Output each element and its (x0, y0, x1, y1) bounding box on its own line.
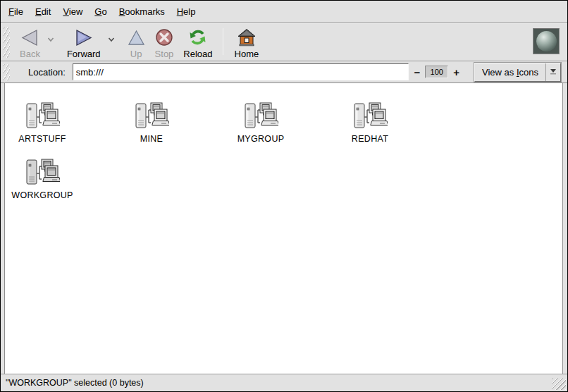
file-item-mine[interactable]: MINE (114, 102, 223, 144)
status-bar: "WORKGROUP" selected (0 bytes) (1, 374, 567, 391)
menu-bar: File Edit View Go Bookmarks Help (1, 1, 567, 23)
menu-file[interactable]: File (8, 6, 23, 17)
location-input[interactable] (73, 63, 409, 80)
view-as-label: View as Icons (475, 67, 545, 78)
reload-arrows-icon (188, 28, 207, 47)
up-label: Up (130, 49, 142, 59)
zoom-out-button[interactable]: − (410, 66, 424, 78)
resize-grip[interactable] (552, 378, 566, 390)
chevron-down-icon (108, 37, 115, 42)
back-triangle-icon (20, 28, 39, 47)
file-manager-window: File Edit View Go Bookmarks Help Back (0, 0, 568, 392)
back-history-dropdown[interactable] (45, 37, 56, 42)
reload-button[interactable]: Reload (178, 25, 217, 61)
stop-x-icon (155, 28, 173, 47)
icon-row: WORKGROUP (5, 158, 562, 200)
file-item-workgroup[interactable]: WORKGROUP (5, 158, 114, 200)
icon-row: ARTSTUFF MINE MYGROUP (5, 102, 562, 144)
dropdown-arrow-icon (545, 63, 560, 81)
network-servers-icon (25, 102, 60, 131)
file-label: MINE (140, 134, 163, 144)
toolbar-drag-handle[interactable] (4, 27, 10, 58)
network-servers-icon (352, 102, 388, 131)
file-item-artstuff[interactable]: ARTSTUFF (5, 102, 114, 144)
content-frame: ARTSTUFF MINE MYGROUP (1, 83, 567, 374)
network-servers-icon (25, 158, 60, 188)
chevron-down-icon (47, 37, 54, 42)
home-button[interactable]: Home (230, 25, 264, 61)
toolbar-separator (223, 28, 223, 55)
up-triangle-icon (128, 28, 145, 47)
location-bar: Location: − 100 + View as Icons (1, 61, 567, 83)
toolbar: Back Forward (1, 23, 567, 61)
home-label: Home (235, 49, 259, 59)
menu-bookmarks[interactable]: Bookmarks (119, 6, 165, 17)
back-label: Back (20, 49, 40, 59)
file-item-mygroup[interactable]: MYGROUP (223, 102, 333, 144)
file-label: ARTSTUFF (18, 134, 66, 144)
up-button[interactable]: Up (123, 25, 150, 61)
zoom-in-button[interactable]: + (450, 66, 463, 78)
throbber-sphere-icon (536, 31, 557, 51)
location-bar-drag-handle[interactable] (4, 64, 10, 80)
reload-label: Reload (183, 49, 212, 59)
forward-label: Forward (67, 49, 101, 59)
location-label: Location: (28, 67, 66, 78)
file-label: WORKGROUP (11, 190, 73, 200)
status-text: "WORKGROUP" selected (0 bytes) (6, 378, 144, 388)
forward-triangle-icon (75, 28, 93, 47)
icon-view[interactable]: ARTSTUFF MINE MYGROUP (4, 83, 563, 374)
menu-view[interactable]: View (63, 6, 82, 17)
throbber (533, 28, 560, 54)
back-button[interactable]: Back (15, 25, 45, 61)
home-house-icon (237, 28, 257, 47)
network-servers-icon (243, 102, 278, 131)
file-item-redhat[interactable]: REDHAT (333, 102, 442, 144)
forward-button[interactable]: Forward (62, 25, 106, 61)
file-label: MYGROUP (237, 134, 285, 144)
stop-label: Stop (155, 49, 174, 59)
network-servers-icon (134, 102, 169, 131)
zoom-level-indicator[interactable]: 100 (425, 66, 448, 78)
menu-go[interactable]: Go (94, 6, 106, 17)
menu-help[interactable]: Help (177, 6, 196, 17)
forward-history-dropdown[interactable] (106, 37, 117, 42)
menu-edit[interactable]: Edit (35, 6, 51, 17)
file-label: REDHAT (352, 134, 388, 144)
stop-button[interactable]: Stop (150, 25, 179, 61)
view-as-dropdown[interactable]: View as Icons (474, 63, 561, 82)
